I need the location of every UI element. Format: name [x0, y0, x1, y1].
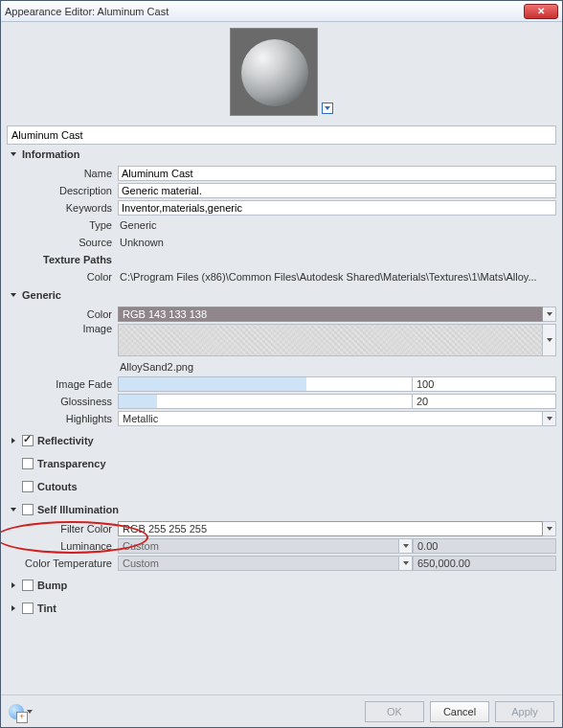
value-luminance[interactable]: 0.00 [413, 538, 556, 554]
section-generic-label: Generic [22, 289, 61, 301]
checkbox-self-illumination[interactable] [22, 504, 34, 515]
section-reflectivity-label: Reflectivity [37, 435, 94, 446]
value-color-temperature[interactable]: 650,000.00 [413, 556, 556, 571]
value-source: Unknown [118, 237, 556, 248]
chevron-right-icon [9, 437, 18, 444]
section-self-illumination[interactable]: Self Illumination [7, 500, 556, 519]
checkbox-cutouts[interactable] [22, 481, 34, 492]
section-transparency-label: Transparency [37, 458, 106, 469]
section-transparency[interactable]: Transparency [7, 454, 556, 473]
label-highlights: Highlights [7, 413, 118, 424]
chevron-down-icon [9, 291, 18, 299]
swatch-generic-color[interactable]: RGB 143 133 138 [118, 307, 543, 322]
image-preview[interactable] [118, 324, 543, 356]
checkbox-tint[interactable] [22, 603, 34, 614]
value-color-path: C:\Program Files (x86)\Common Files\Auto… [118, 271, 556, 283]
dropdown-image[interactable] [543, 324, 556, 356]
section-self-illumination-label: Self Illumination [37, 504, 119, 515]
label-color-path: Color [7, 271, 118, 283]
label-name: Name [7, 168, 118, 179]
chevron-down-icon [9, 506, 18, 513]
checkbox-bump[interactable] [22, 580, 34, 591]
cancel-button[interactable]: Cancel [430, 701, 489, 722]
section-tint[interactable]: Tint [7, 599, 556, 618]
appearance-editor-window: Appearance Editor: Aluminum Cast ✕ Infor… [0, 0, 563, 728]
apply-button[interactable]: Apply [495, 701, 554, 722]
swatch-filter-color[interactable]: RGB 255 255 255 [118, 521, 543, 536]
section-cutouts[interactable]: Cutouts [7, 477, 556, 496]
label-filter-color: Filter Color [7, 523, 118, 535]
select-color-temperature-value: Custom [123, 557, 159, 569]
section-bump[interactable]: Bump [7, 576, 556, 595]
slider-glossiness[interactable] [118, 394, 413, 409]
dropdown-color-temperature[interactable] [399, 556, 413, 571]
chevron-down-icon [9, 150, 18, 158]
chevron-right-icon [9, 581, 18, 589]
checkbox-reflectivity[interactable] [22, 435, 34, 446]
label-description: Description [7, 185, 118, 196]
value-type: Generic [118, 219, 556, 231]
ok-button[interactable]: OK [365, 701, 424, 722]
swatch-filter-color-text: RGB 255 255 255 [123, 523, 207, 535]
field-name[interactable] [118, 166, 556, 181]
preview-dropdown-button[interactable] [322, 102, 333, 114]
label-glossiness: Glossiness [7, 396, 118, 407]
field-description[interactable] [118, 183, 556, 198]
window-title: Appearance Editor: Aluminum Cast [5, 6, 524, 17]
label-image-fade: Image Fade [7, 378, 118, 390]
section-generic[interactable]: Generic [7, 285, 556, 305]
label-keywords: Keywords [7, 202, 118, 214]
label-luminance: Luminance [7, 540, 118, 552]
value-image-fade[interactable]: 100 [413, 376, 556, 392]
slider-image-fade[interactable] [118, 376, 413, 392]
section-cutouts-label: Cutouts [37, 481, 78, 492]
dropdown-generic-color[interactable] [543, 307, 556, 322]
label-type: Type [7, 219, 118, 231]
dropdown-luminance[interactable] [399, 538, 413, 554]
select-luminance-value: Custom [123, 540, 159, 552]
value-glossiness[interactable]: 20 [413, 394, 556, 409]
appearance-name-input[interactable] [7, 125, 556, 145]
content-area: Information Name Description Keywords Ty… [1, 22, 562, 694]
titlebar[interactable]: Appearance Editor: Aluminum Cast ✕ [1, 1, 562, 22]
material-preview[interactable] [230, 28, 318, 116]
section-reflectivity[interactable]: Reflectivity [7, 431, 556, 450]
select-luminance[interactable]: Custom [118, 538, 399, 554]
close-button[interactable]: ✕ [524, 4, 558, 19]
dropdown-highlights[interactable] [543, 411, 556, 426]
chevron-right-icon [9, 604, 18, 612]
section-information-label: Information [22, 148, 80, 160]
sphere-icon [241, 39, 308, 106]
select-highlights[interactable]: Metallic [118, 411, 543, 426]
label-gen-image: Image [7, 323, 118, 334]
footer: OK Cancel Apply [1, 694, 562, 727]
field-keywords[interactable] [118, 200, 556, 216]
add-appearance-button[interactable] [9, 704, 24, 719]
image-filename: AlloySand2.png [118, 361, 556, 373]
section-information[interactable]: Information [7, 145, 556, 164]
label-color-temperature: Color Temperature [7, 557, 118, 569]
section-tint-label: Tint [37, 603, 56, 614]
select-highlights-value: Metallic [123, 413, 158, 424]
swatch-generic-color-text: RGB 143 133 138 [123, 308, 207, 320]
close-icon: ✕ [537, 6, 545, 16]
section-bump-label: Bump [37, 580, 67, 591]
dropdown-filter-color[interactable] [543, 521, 556, 536]
select-color-temperature[interactable]: Custom [118, 556, 399, 571]
checkbox-transparency[interactable] [22, 458, 34, 469]
label-source: Source [7, 237, 118, 248]
preview-area [7, 26, 556, 120]
label-texture-paths: Texture Paths [7, 254, 118, 265]
label-gen-color: Color [7, 308, 118, 320]
